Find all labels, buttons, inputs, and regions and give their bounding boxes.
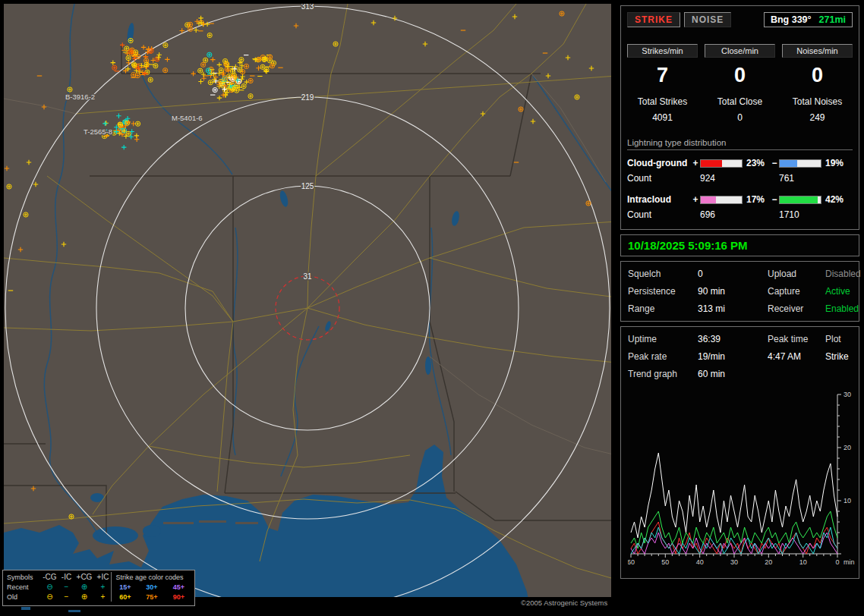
svg-text:10: 10 — [799, 558, 807, 566]
circle-plus-icon: ⊕ — [74, 582, 94, 592]
cloud-ground-label: Cloud-ground — [627, 158, 691, 168]
svg-text:219: 219 — [301, 93, 314, 102]
count-label: Count — [627, 173, 691, 184]
svg-text:125: 125 — [301, 182, 314, 190]
squelch-label: Squelch — [628, 269, 698, 279]
peak-rate-label: Peak rate — [628, 351, 698, 362]
age-code: 90+ — [166, 592, 192, 602]
range-label: Range — [628, 303, 698, 314]
bearing-value: Bng 339° — [771, 14, 812, 25]
uptime-value: 36:39 — [698, 334, 768, 344]
plus-icon: + — [95, 592, 112, 602]
range-value: 313 mi — [698, 303, 768, 314]
legend-age-title: Strike age color codes — [112, 572, 192, 582]
age-code: 30+ — [138, 582, 165, 592]
island-mark — [21, 607, 30, 610]
age-code: 60+ — [112, 592, 138, 602]
minus-sign: − — [770, 158, 779, 168]
minus-icon: − — [59, 592, 74, 602]
close-per-min-value: 0 — [705, 64, 775, 87]
cloud-ground-count-row: Count 924 761 — [627, 173, 853, 184]
cg-plus-bar — [700, 159, 743, 168]
lightning-monitor-window: 31321912531 B-3916-2M-5401-6T-2565-8 Sym… — [0, 0, 864, 616]
circle-minus-icon: ⊖ — [40, 592, 59, 602]
island-mark — [68, 610, 80, 612]
upload-status: Disabled — [825, 269, 861, 279]
trend-panel: Uptime 36:39 Peak time Plot Peak rate 19… — [620, 326, 859, 579]
strikes-per-min-header[interactable]: Strikes/min — [627, 44, 698, 58]
strike-stats-panel: STRIKE NOISE Bng 339° 271mi Strikes/min … — [620, 5, 859, 230]
plot-value: Strike — [825, 351, 852, 362]
svg-text:B-3916-2: B-3916-2 — [65, 93, 95, 101]
total-noises-label: Total Noises — [782, 96, 853, 107]
legend-symbols-title: Symbols — [5, 572, 40, 582]
ic-minus-count: 1710 — [779, 209, 853, 220]
strike-button[interactable]: STRIKE — [627, 12, 680, 27]
ic-minus-bar — [779, 196, 821, 204]
svg-text:T-2565-8: T-2565-8 — [84, 127, 112, 136]
legend-type-header: -CG — [40, 572, 59, 582]
plot-label: Plot — [825, 334, 852, 344]
lightning-map[interactable]: 31321912531 B-3916-2M-5401-6T-2565-8 — [0, 0, 616, 616]
squelch-value: 0 — [698, 269, 768, 279]
legend-old-label: Old — [5, 592, 40, 602]
legend-type-header: +IC — [95, 572, 112, 582]
receiver-label: Receiver — [768, 303, 825, 314]
noises-per-min-value: 0 — [782, 64, 853, 87]
uptime-label: Uptime — [628, 334, 698, 344]
cloud-ground-row: Cloud-ground + 23% − 19% — [627, 158, 853, 168]
capture-status: Active — [825, 286, 861, 297]
legend-recent-label: Recent — [5, 582, 40, 592]
ic-minus-pct: 42% — [821, 194, 846, 205]
cg-minus-count: 761 — [779, 173, 853, 184]
total-close-label: Total Close — [705, 96, 775, 107]
cg-minus-bar — [779, 159, 821, 168]
close-per-min-header[interactable]: Close/min — [705, 44, 775, 58]
svg-text:50: 50 — [661, 558, 669, 566]
peak-time-value: 4:47 AM — [768, 351, 825, 362]
ic-plus-count: 696 — [700, 209, 770, 220]
persistence-label: Persistence — [628, 286, 698, 297]
total-strikes-label: Total Strikes — [627, 96, 698, 107]
svg-text:31: 31 — [303, 272, 312, 281]
capture-label: Capture — [768, 286, 825, 297]
intracloud-label: Intracloud — [627, 194, 691, 205]
trend-graph-label: Trend graph — [628, 369, 698, 379]
persistence-value: 90 min — [698, 286, 768, 297]
count-label: Count — [627, 209, 691, 220]
plus-sign: + — [691, 194, 700, 205]
minus-icon: − — [59, 582, 74, 592]
total-close-value: 0 — [705, 112, 775, 123]
peak-rate-value: 19/min — [698, 351, 768, 362]
svg-text:M-5401-6: M-5401-6 — [172, 114, 203, 122]
copyright-text: ©2005 Astrogenic Systems — [521, 599, 607, 607]
svg-text:min: min — [844, 558, 855, 566]
plus-sign: + — [691, 158, 700, 168]
status-panel: Squelch 0 Upload Disabled Persistence 90… — [620, 261, 859, 322]
trend-graph-window: 60 min — [698, 369, 768, 379]
svg-text:40: 40 — [696, 558, 704, 566]
total-noises-value: 249 — [782, 112, 853, 123]
svg-text:0: 0 — [835, 558, 839, 566]
side-panel: STRIKE NOISE Bng 339° 271mi Strikes/min … — [616, 0, 864, 616]
legend-type-header: -IC — [59, 572, 74, 582]
noise-button[interactable]: NOISE — [684, 12, 731, 27]
ic-plus-bar — [700, 196, 743, 204]
intracloud-count-row: Count 696 1710 — [627, 209, 853, 220]
svg-text:10: 10 — [844, 497, 851, 504]
noises-per-min-header[interactable]: Noises/min — [782, 44, 853, 58]
peak-time-label: Peak time — [768, 334, 825, 344]
trend-graph: 6050403020100min102030 — [628, 387, 862, 575]
age-code: 15+ — [112, 582, 138, 592]
svg-text:20: 20 — [844, 444, 851, 451]
circle-minus-icon: ⊖ — [40, 582, 59, 592]
receiver-status: Enabled — [825, 303, 861, 314]
svg-text:60: 60 — [628, 558, 635, 566]
ic-plus-pct: 17% — [743, 194, 770, 205]
distribution-title: Lightning type distribution — [627, 138, 853, 150]
map-pane: 31321912531 B-3916-2M-5401-6T-2565-8 Sym… — [0, 0, 616, 616]
upload-label: Upload — [768, 269, 825, 279]
intracloud-row: Intracloud + 17% − 42% — [627, 194, 853, 205]
cg-minus-pct: 19% — [821, 158, 846, 168]
map-legend: Symbols -CG -IC +CG +IC Strike age color… — [2, 570, 195, 606]
